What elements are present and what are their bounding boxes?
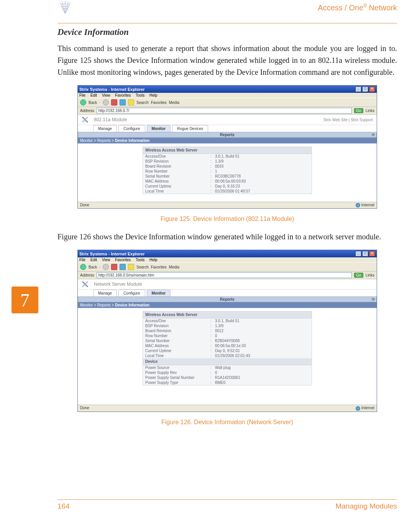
refresh-icon[interactable] — [120, 99, 126, 105]
row-number: Row Number:0 — [143, 333, 312, 338]
close-icon[interactable]: × — [369, 86, 375, 92]
media-button[interactable]: Media — [169, 265, 179, 269]
strix-x-icon — [82, 116, 89, 123]
reports-bar: Reports ⟳ — [78, 296, 377, 302]
menu-help[interactable]: Help — [149, 93, 158, 97]
tab-monitor[interactable]: Monitor — [147, 290, 171, 296]
tab-manage[interactable]: Manage — [93, 125, 117, 132]
footer-section: Managing Modules — [335, 502, 397, 510]
tab-configure[interactable]: Configure — [118, 290, 145, 296]
menu-tools[interactable]: Tools — [136, 93, 144, 97]
stop-icon[interactable] — [111, 264, 117, 270]
favorites-button[interactable]: Favorites — [151, 100, 167, 105]
menu-view[interactable]: View — [102, 93, 110, 97]
menu-tools[interactable]: Tools — [136, 258, 144, 262]
reports-label: Reports — [220, 133, 235, 137]
menu-view[interactable]: View — [102, 258, 110, 262]
back-button[interactable]: Back — [89, 265, 97, 269]
menu-edit[interactable]: Edit — [90, 258, 97, 262]
content-area: Wireless Access Web Server Access/One:3.… — [78, 308, 377, 405]
address-label: Address — [80, 109, 94, 113]
tab-configure[interactable]: Configure — [118, 125, 145, 132]
internet-icon — [356, 406, 360, 411]
forward-icon[interactable] — [103, 99, 109, 105]
maximize-icon[interactable]: □ — [362, 251, 368, 257]
breadcrumb-prefix: Monitor > Reports > — [80, 303, 115, 307]
refresh-icon[interactable] — [120, 264, 126, 270]
menu-help[interactable]: Help — [149, 258, 158, 262]
ie-toolbar: Back · Search Favorites Media — [78, 262, 377, 272]
status-bar: Done Internet — [78, 405, 377, 411]
breadcrumb: Monitor > Reports > Device Information — [78, 138, 377, 143]
go-button[interactable]: Go — [354, 273, 363, 278]
strix-x-icon — [82, 281, 89, 288]
tab-manage[interactable]: Manage — [93, 290, 117, 296]
forward-icon[interactable] — [103, 264, 109, 270]
menu-bar: File Edit View Favorites Tools Help — [78, 257, 377, 262]
row-serial: Serial Number:B2B044Y0088 — [143, 338, 312, 343]
favorites-button[interactable]: Favorites — [151, 265, 167, 269]
content-area: Wireless Access Web Server Access/One:3.… — [78, 143, 377, 202]
menu-edit[interactable]: Edit — [90, 93, 97, 97]
row-bsp: BSP Revision:1.3/9 — [143, 159, 312, 164]
media-button[interactable]: Media — [169, 100, 179, 105]
module-header: 802.11a Module Strix Web Site | Strix Su… — [78, 115, 377, 125]
row-pstype: Power Supply Type:BME0 — [143, 380, 312, 385]
row-mac: MAC Address:00:06:5a:00:03:83 — [143, 179, 312, 184]
maximize-icon[interactable]: □ — [362, 86, 368, 92]
figure-125-screenshot: Strix Systems - Internet Explorer _ □ × … — [77, 85, 377, 209]
menu-bar: File Edit View Favorites Tools Help — [78, 93, 377, 98]
links-label[interactable]: Links — [366, 273, 374, 277]
info-panel: Wireless Access Web Server Access/One:3.… — [143, 147, 312, 194]
row-serial: Serial Number:RC03BC00778 — [143, 174, 312, 179]
tab-bar: Manage Configure Monitor — [78, 290, 377, 296]
product-title-part1: Access / One — [318, 3, 363, 12]
home-icon[interactable] — [128, 99, 134, 105]
breadcrumb-active: Device Information — [115, 138, 149, 143]
back-icon[interactable] — [80, 264, 86, 270]
back-icon[interactable] — [80, 99, 86, 105]
menu-favorites[interactable]: Favorites — [115, 93, 131, 97]
address-bar: Address http://192.168.0.5/ns/nsmain.htm… — [78, 272, 377, 279]
back-button[interactable]: Back — [89, 100, 97, 105]
close-icon[interactable]: × — [369, 251, 375, 257]
module-header: Network Server Module — [78, 279, 377, 290]
info-panel: Wireless Access Web Server Access/One:3.… — [143, 311, 312, 385]
breadcrumb: Monitor > Reports > Device Information — [78, 302, 377, 308]
refresh-icon-small[interactable]: ⟳ — [372, 297, 375, 301]
reports-bar: Reports ⟳ — [78, 132, 377, 138]
tab-monitor[interactable]: Monitor — [147, 125, 171, 132]
page-header: Access / One® Network — [57, 0, 397, 23]
menu-file[interactable]: File — [79, 93, 85, 97]
figure-125-caption: Figure 125. Device Information (802.11a … — [57, 216, 397, 222]
product-title: Access / One® Network — [318, 3, 397, 12]
minimize-icon[interactable]: _ — [355, 86, 361, 92]
home-icon[interactable] — [128, 264, 134, 270]
row-number: Row Number:1 — [143, 169, 312, 174]
stop-icon[interactable] — [111, 99, 117, 105]
panel-header: Wireless Access Web Server — [143, 311, 312, 318]
product-title-part2: Network — [367, 3, 397, 12]
status-internet: Internet — [356, 203, 374, 207]
status-done: Done — [80, 203, 89, 207]
row-access-one: Access/One:3.0.1, Build 51 — [143, 154, 312, 159]
minimize-icon[interactable]: _ — [355, 251, 361, 257]
header-links[interactable]: Strix Web Site | Strix Support — [323, 118, 373, 122]
menu-favorites[interactable]: Favorites — [115, 258, 131, 262]
refresh-icon-small[interactable]: ⟳ — [372, 133, 375, 137]
strix-logo-icon — [57, 1, 73, 15]
ie-toolbar: Back · Search Favorites Media — [78, 98, 377, 107]
url-input[interactable]: http://192.168.0.5/ns/nsmain.htm — [97, 272, 352, 278]
url-input[interactable]: http://192.168.0.7/ — [97, 108, 352, 114]
go-button[interactable]: Go — [354, 108, 363, 113]
search-button[interactable]: Search — [136, 265, 149, 269]
address-label: Address — [80, 273, 94, 277]
tab-rogue[interactable]: Rogue Devices — [172, 125, 208, 132]
search-button[interactable]: Search — [136, 100, 149, 105]
links-label[interactable]: Links — [366, 109, 374, 113]
chapter-tab: 7 — [11, 287, 38, 313]
page-number: 164 — [57, 502, 70, 510]
tab-bar: Manage Configure Monitor Rogue Devices — [78, 125, 377, 132]
row-psserial: Power Supply Serial Number:R1A142O0061 — [143, 375, 312, 380]
menu-file[interactable]: File — [79, 258, 85, 262]
